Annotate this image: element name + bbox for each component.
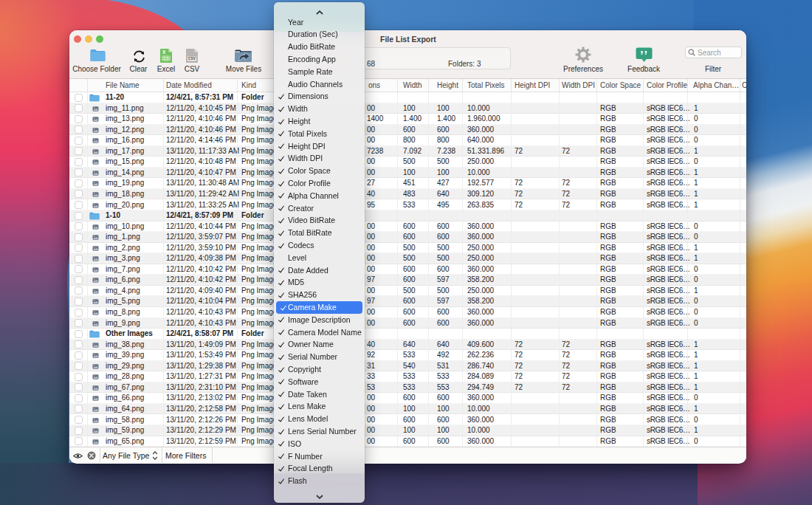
svg-text:X: X [162, 49, 166, 55]
svg-text:CSV: CSV [188, 57, 196, 61]
